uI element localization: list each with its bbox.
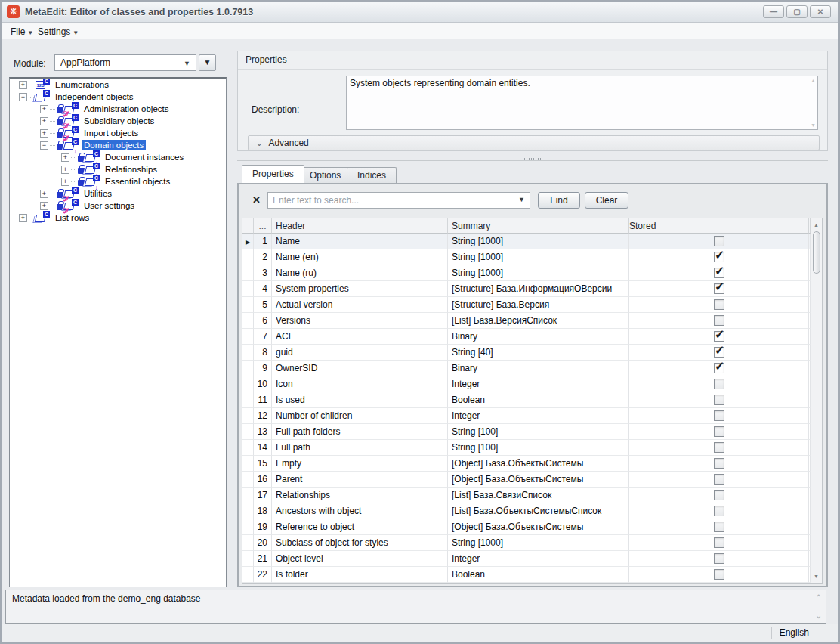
tree-item[interactable]: + C ↓ Relationships xyxy=(10,163,226,175)
cell-summary[interactable]: Binary xyxy=(448,329,629,345)
cell-header[interactable]: Parent xyxy=(272,472,448,488)
table-row[interactable]: 3 Name (ru) String [1000] xyxy=(242,265,811,281)
cell-header[interactable]: Icon xyxy=(272,376,448,392)
table-row[interactable]: 22 Is folder Boolean xyxy=(242,567,811,583)
stored-checkbox[interactable] xyxy=(714,379,724,389)
stored-checkbox[interactable] xyxy=(714,553,724,564)
language-indicator[interactable]: English xyxy=(771,627,817,639)
tree-expander-icon[interactable]: − xyxy=(19,93,27,101)
stored-checkbox[interactable] xyxy=(714,506,724,516)
col-indicator[interactable] xyxy=(242,218,254,234)
tree-item[interactable]: + C ↓ Essential objects xyxy=(10,175,226,187)
cell-stored[interactable] xyxy=(629,234,809,249)
title-bar[interactable]: ❋ MetaEdit: Editor of classes and proper… xyxy=(2,2,838,23)
stored-checkbox[interactable] xyxy=(714,283,724,294)
cell-header[interactable]: Name (en) xyxy=(272,249,448,265)
scroll-up-icon[interactable]: ▲ xyxy=(811,219,821,231)
stored-checkbox[interactable] xyxy=(714,315,724,326)
menu-file[interactable]: File▼ xyxy=(8,25,36,39)
col-header[interactable]: Header xyxy=(272,218,448,234)
cell-summary[interactable]: Integer xyxy=(448,376,629,392)
tree-expander-icon[interactable]: + xyxy=(40,202,48,210)
cell-header[interactable]: guid xyxy=(272,345,448,361)
tree-expander-icon[interactable]: + xyxy=(19,214,27,222)
tree-expander-icon[interactable]: + xyxy=(19,81,27,89)
stored-checkbox[interactable] xyxy=(714,537,724,548)
cell-summary[interactable]: String [1000] xyxy=(448,535,629,551)
table-row[interactable]: 15 Empty [Object] База.ОбъектыСистемы xyxy=(242,456,811,472)
table-row[interactable]: 19 Reference to object [Object] База.Объ… xyxy=(242,519,811,535)
table-row[interactable]: 2 Name (en) String [1000] xyxy=(242,249,811,265)
cell-header[interactable]: Versions xyxy=(272,313,448,329)
stored-checkbox[interactable] xyxy=(714,458,724,469)
cell-header[interactable]: Is folder xyxy=(272,567,448,583)
scroll-down-icon[interactable]: ▼ xyxy=(811,571,821,582)
tree-expander-icon[interactable]: + xyxy=(40,129,48,138)
cell-summary[interactable]: String [1000] xyxy=(448,265,629,281)
advanced-expander[interactable]: ⌄Advanced xyxy=(248,135,820,150)
cell-summary[interactable]: [Object] База.ОбъектыСистемы xyxy=(448,472,629,488)
table-row[interactable]: 5 Actual version [Structure] База.Версия xyxy=(242,297,811,313)
scroll-down-icon[interactable]: ▼ xyxy=(811,122,816,128)
stored-checkbox[interactable] xyxy=(714,331,724,342)
stored-checkbox[interactable] xyxy=(714,474,724,485)
cell-stored[interactable] xyxy=(629,361,809,376)
cell-stored[interactable] xyxy=(629,392,809,408)
table-row[interactable]: 11 Is used Boolean xyxy=(242,392,811,408)
stored-checkbox[interactable] xyxy=(714,347,724,358)
cell-summary[interactable]: String [40] xyxy=(448,345,629,361)
cell-header[interactable]: Number of children xyxy=(272,408,448,424)
tree-item[interactable]: + C Administration objects xyxy=(10,103,226,115)
cell-stored[interactable] xyxy=(629,503,809,519)
cell-header[interactable]: Relationships xyxy=(272,488,448,503)
table-row[interactable]: 7 ACL Binary xyxy=(242,329,811,345)
minimize-button[interactable]: — xyxy=(763,5,784,18)
tree-item[interactable]: − C ↓ Domain objects xyxy=(10,139,226,151)
stored-checkbox[interactable] xyxy=(714,522,724,532)
cell-header[interactable]: Object level xyxy=(272,551,448,567)
scroll-up-icon[interactable]: ⌃ xyxy=(816,593,822,602)
cell-stored[interactable] xyxy=(629,440,809,456)
cell-stored[interactable] xyxy=(629,297,809,313)
table-row[interactable]: 17 Relationships [List] База.СвязиСписок xyxy=(242,488,811,503)
tree-item[interactable]: + C Utilities xyxy=(10,187,226,200)
menu-settings[interactable]: Settings▼ xyxy=(35,25,82,39)
tree-expander-icon[interactable]: + xyxy=(40,190,48,198)
table-row[interactable]: 6 Versions [List] База.ВерсияСписок xyxy=(242,313,811,329)
cell-summary[interactable]: Binary xyxy=(448,361,629,376)
cell-header[interactable]: Full path folders xyxy=(272,424,448,440)
cell-stored[interactable] xyxy=(629,345,809,361)
stored-checkbox[interactable] xyxy=(714,410,724,421)
clear-button[interactable]: Clear xyxy=(585,192,628,209)
cell-header[interactable]: ACL xyxy=(272,329,448,345)
tree-expander-icon[interactable]: + xyxy=(61,166,69,174)
table-row[interactable]: 12 Number of children Integer xyxy=(242,408,811,424)
module-menu-button[interactable]: ▼ xyxy=(199,54,216,71)
tree-expander-icon[interactable]: + xyxy=(61,153,69,162)
cell-header[interactable]: Name xyxy=(272,234,448,249)
table-row[interactable]: ▶ 1 Name String [1000] xyxy=(242,234,811,249)
stored-checkbox[interactable] xyxy=(714,426,724,437)
stored-checkbox[interactable] xyxy=(714,490,724,500)
close-button[interactable]: ✕ xyxy=(810,5,831,18)
tab-indices[interactable]: Indices xyxy=(347,167,397,183)
stored-checkbox[interactable] xyxy=(714,236,724,246)
tree-expander-icon[interactable]: + xyxy=(40,105,48,113)
module-select[interactable]: AppPlatform ▼ xyxy=(54,54,196,71)
stored-checkbox[interactable] xyxy=(714,268,724,278)
col-number[interactable]: ... xyxy=(254,218,272,234)
cell-header[interactable]: Name (ru) xyxy=(272,265,448,281)
table-row[interactable]: 10 Icon Integer xyxy=(242,376,811,392)
cell-stored[interactable] xyxy=(629,249,809,265)
cell-summary[interactable]: Boolean xyxy=(448,392,629,408)
cell-summary[interactable]: String [100] xyxy=(448,440,629,456)
cell-stored[interactable] xyxy=(629,281,809,297)
cell-stored[interactable] xyxy=(629,424,809,440)
tree-item[interactable]: + C ↓ Document instances xyxy=(10,151,226,163)
cell-summary[interactable]: [Structure] База.ИнформацияОВерсии xyxy=(448,281,629,297)
tree-expander-icon[interactable]: − xyxy=(40,141,48,150)
tree-expander-icon[interactable]: + xyxy=(40,117,48,125)
cell-stored[interactable] xyxy=(629,551,809,567)
cell-summary[interactable]: [List] База.СвязиСписок xyxy=(448,488,629,503)
cell-stored[interactable] xyxy=(629,329,809,345)
